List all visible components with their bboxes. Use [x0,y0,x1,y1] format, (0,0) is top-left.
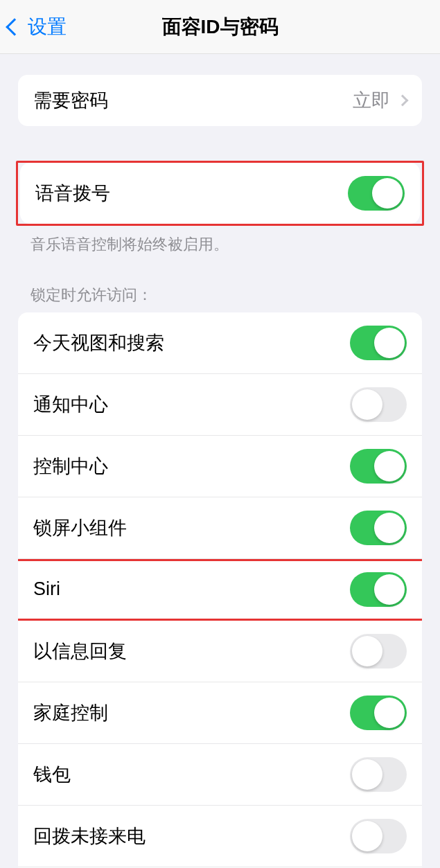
passcode-group: 需要密码 立即 [18,75,422,126]
access-item-label: 钱包 [33,762,71,787]
require-passcode-value: 立即 [353,88,390,113]
toggle-knob [374,698,405,728]
access-item-label: Siri [33,578,60,600]
access-item-label: 控制中心 [33,454,108,479]
navigation-bar: 设置 面容ID与密码 [0,0,440,54]
access-item-cell: 控制中心 [18,435,422,497]
access-item-toggle[interactable] [350,326,407,360]
access-item-toggle[interactable] [350,634,407,668]
access-item-toggle[interactable] [350,387,407,422]
voice-dial-group: 语音拨号 [20,163,420,224]
access-item-cell: 钱包 [18,743,422,805]
access-item-label: 锁屏小组件 [33,515,127,540]
allow-access-group: 今天视图和搜索通知中心控制中心锁屏小组件Siri以信息回复家庭控制钱包回拨未接来… [18,312,422,868]
access-item-cell: Siri [18,558,422,620]
voice-dial-label: 语音拨号 [35,181,110,206]
chevron-left-icon [6,18,23,35]
require-passcode-label: 需要密码 [33,88,108,113]
toggle-knob [374,328,405,358]
access-item-label: 回拨未接来电 [33,824,146,849]
access-item-cell: 回拨未接来电 [18,805,422,867]
toggle-knob [352,759,382,790]
access-item-toggle[interactable] [350,696,407,730]
access-item-toggle[interactable] [350,572,407,607]
toggle-knob [352,821,382,851]
access-item-toggle[interactable] [350,819,407,853]
access-item-label: 以信息回复 [33,639,127,664]
access-item-toggle[interactable] [350,757,407,792]
toggle-knob [374,451,405,481]
access-item-toggle[interactable] [350,511,407,545]
allow-access-header: 锁定时允许访问： [0,285,440,312]
toggle-knob [374,574,405,605]
toggle-knob [372,178,403,209]
access-item-cell: 家庭控制 [18,682,422,743]
page-title: 面容ID与密码 [162,14,279,40]
access-item-cell: 通知中心 [18,373,422,435]
access-item-label: 今天视图和搜索 [33,330,164,355]
voice-dial-highlight: 语音拨号 [16,161,424,226]
chevron-right-icon [397,95,409,107]
voice-dial-cell: 语音拨号 [20,163,420,224]
access-item-label: 通知中心 [33,392,108,417]
access-item-label: 家庭控制 [33,700,108,725]
access-item-cell: 以信息回复 [18,620,422,682]
back-button[interactable]: 设置 [8,14,67,40]
voice-dial-footer: 音乐语音控制将始终被启用。 [0,226,440,256]
access-item-cell: 锁屏小组件 [18,497,422,558]
require-passcode-cell[interactable]: 需要密码 立即 [18,75,422,126]
access-item-cell: 今天视图和搜索 [18,312,422,373]
toggle-knob [374,513,405,543]
toggle-knob [352,389,382,420]
voice-dial-toggle[interactable] [348,176,405,211]
back-label: 设置 [28,14,67,40]
access-item-toggle[interactable] [350,449,407,484]
toggle-knob [352,636,382,666]
